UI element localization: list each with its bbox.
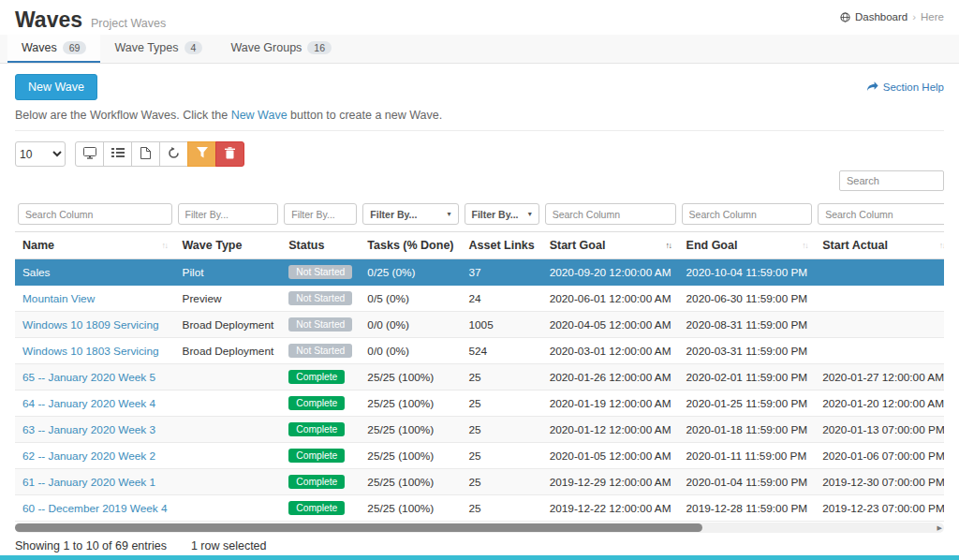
column-header-start-goal[interactable]: Start Goal↑↓ [542, 232, 679, 259]
wave-name-link[interactable]: 60 -- December 2019 Week 4 [22, 502, 168, 515]
help-arrow-icon [866, 81, 878, 94]
wave-name-link[interactable]: 61 -- January 2020 Week 1 [22, 476, 155, 489]
wave-type-cell [175, 495, 282, 522]
table-body: Sales Pilot Not Started 0/25 (0%) 37 202… [15, 259, 944, 522]
end-goal-cell: 2020-02-01 11:59:00 PM [679, 364, 816, 391]
bottom-accent-bar [0, 555, 959, 560]
column-header-asset-links[interactable]: Asset Links [462, 232, 542, 259]
page-size-select[interactable]: 10 [15, 141, 66, 167]
divider [15, 130, 944, 131]
list-view-button[interactable] [103, 141, 132, 167]
start-actual-cell [815, 312, 944, 338]
breadcrumb-dashboard-link[interactable]: Dashboard [855, 11, 907, 22]
wave-name-link[interactable]: 65 -- January 2020 Week 5 [22, 371, 155, 384]
wave-name-link[interactable]: Windows 10 1809 Servicing [22, 318, 159, 332]
file-export-icon [140, 147, 151, 162]
asset-links-cell: 1005 [462, 312, 542, 338]
tab-waves-count-badge: 69 [63, 41, 87, 54]
table-row[interactable]: 60 -- December 2019 Week 4 Complete 25/2… [15, 495, 944, 522]
column-header-status[interactable]: Status [281, 232, 360, 259]
filter-start-actual-input[interactable] [818, 203, 944, 225]
section-help-link[interactable]: Section Help [866, 81, 944, 94]
asset-links-cell: 24 [462, 286, 542, 312]
tasks-cell: 25/25 (100%) [360, 391, 461, 417]
asset-links-cell: 25 [462, 495, 542, 522]
filter-tasks-select[interactable]: Filter By... ▾ [362, 203, 458, 225]
table-row[interactable]: Windows 10 1809 Servicing Broad Deployme… [15, 312, 944, 338]
asset-links-cell: 25 [462, 469, 542, 495]
filter-name-input[interactable] [18, 203, 172, 225]
wave-name-link[interactable]: Sales [22, 266, 51, 279]
tasks-cell: 0/0 (0%) [360, 338, 461, 364]
scrollbar-thumb[interactable] [15, 523, 702, 532]
wave-type-cell [175, 364, 282, 391]
section-help-label: Section Help [883, 81, 944, 93]
showing-entries-text: Showing 1 to 10 of 69 entries [15, 539, 167, 553]
status-badge: Complete [288, 396, 345, 410]
tab-wave-groups[interactable]: Wave Groups 16 [216, 35, 346, 63]
status-badge: Not Started [288, 291, 352, 305]
wave-name-link[interactable]: Windows 10 1803 Servicing [22, 345, 159, 358]
refresh-button[interactable] [159, 141, 188, 167]
start-actual-cell [815, 338, 944, 364]
caret-down-icon: ▾ [447, 210, 450, 218]
table-row[interactable]: 63 -- January 2020 Week 3 Complete 25/25… [15, 417, 944, 443]
filter-funnel-icon [197, 147, 208, 161]
breadcrumb-separator: › [912, 11, 916, 22]
scroll-right-arrow-icon[interactable]: ▶ [937, 523, 942, 532]
column-header-tasks[interactable]: Tasks (% Done) [360, 232, 461, 259]
wave-type-cell: Broad Deployment [175, 312, 282, 338]
tab-waves-label: Waves [22, 41, 57, 54]
search-input[interactable] [839, 170, 944, 191]
wave-type-cell [175, 391, 282, 417]
horizontal-scrollbar[interactable]: ▶ [15, 523, 944, 533]
wave-name-link[interactable]: 62 -- January 2020 Week 2 [22, 449, 155, 463]
new-wave-button[interactable]: New Wave [15, 74, 97, 100]
start-goal-cell: 2019-12-22 12:00:00 AM [542, 495, 679, 522]
table-row[interactable]: 64 -- January 2020 Week 4 Complete 25/25… [15, 391, 944, 417]
column-header-start-actual[interactable]: Start Actual↑↓ [815, 232, 944, 259]
table-row[interactable]: Mountain View Preview Not Started 0/5 (0… [15, 286, 944, 312]
asset-links-cell: 37 [462, 259, 542, 286]
status-badge: Complete [288, 449, 345, 463]
display-view-button[interactable] [75, 141, 104, 167]
end-goal-cell: 2020-01-25 11:59:00 PM [679, 391, 816, 417]
table-row[interactable]: Sales Pilot Not Started 0/25 (0%) 37 202… [15, 259, 944, 286]
column-header-name[interactable]: Name↑↓ [15, 232, 175, 259]
filter-status-input[interactable] [284, 203, 357, 225]
wave-name-link[interactable]: 64 -- January 2020 Week 4 [22, 397, 155, 410]
start-actual-cell: 2020-01-06 07:00:00 PM [815, 443, 944, 469]
tab-wave-types[interactable]: Wave Types 4 [100, 35, 216, 63]
sort-icon: ↑↓ [802, 241, 807, 250]
filter-button[interactable] [187, 141, 216, 167]
column-header-wave-type[interactable]: Wave Type [175, 232, 282, 259]
filter-wave-type-input[interactable] [178, 203, 279, 225]
start-actual-cell: 2019-12-23 07:00:00 PM [815, 495, 944, 522]
filter-asset-links-select[interactable]: Filter By... ▾ [465, 203, 539, 225]
tasks-cell: 25/25 (100%) [360, 469, 461, 495]
trash-icon [225, 147, 235, 162]
wave-name-link[interactable]: Mountain View [22, 292, 95, 305]
breadcrumb: Dashboard › Here [840, 11, 944, 22]
table-row[interactable]: 61 -- January 2020 Week 1 Complete 25/25… [15, 469, 944, 495]
sort-icon: ↑↓ [162, 241, 168, 250]
wave-type-cell: Broad Deployment [175, 338, 282, 364]
filter-end-goal-input[interactable] [682, 203, 813, 225]
table-row[interactable]: 65 -- January 2020 Week 5 Complete 25/25… [15, 364, 944, 391]
column-header-end-goal[interactable]: End Goal↑↓ [679, 232, 816, 259]
tab-waves[interactable]: Waves 69 [7, 35, 100, 63]
start-goal-cell: 2019-12-29 12:00:00 AM [542, 469, 679, 495]
table-row[interactable]: Windows 10 1803 Servicing Broad Deployme… [15, 338, 944, 364]
table-row[interactable]: 62 -- January 2020 Week 2 Complete 25/25… [15, 443, 944, 469]
wave-name-link[interactable]: 63 -- January 2020 Week 3 [22, 423, 155, 436]
start-actual-cell [815, 286, 944, 312]
delete-button[interactable] [215, 141, 244, 167]
new-wave-inline-link[interactable]: New Wave [231, 109, 288, 122]
wave-type-cell [175, 417, 282, 443]
start-goal-cell: 2020-01-19 12:00:00 AM [542, 391, 679, 417]
export-button[interactable] [131, 141, 160, 167]
page-title: Waves [15, 7, 82, 33]
filter-start-goal-input[interactable] [545, 203, 676, 225]
end-goal-cell: 2019-12-28 11:59:00 PM [679, 495, 816, 522]
breadcrumb-current: Here [921, 11, 944, 22]
